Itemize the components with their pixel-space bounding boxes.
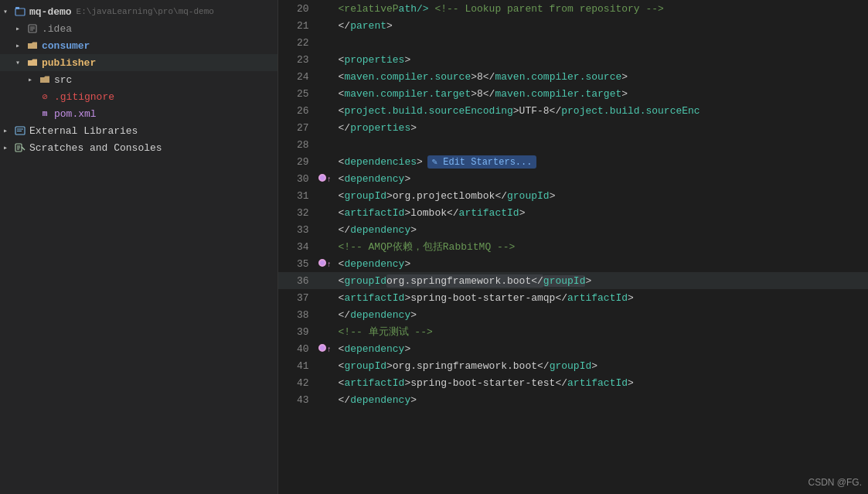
code-token: dependencies bbox=[344, 156, 417, 168]
extlib-icon bbox=[14, 124, 26, 137]
code-cell[interactable] bbox=[332, 136, 868, 153]
code-token: dependency bbox=[344, 173, 404, 185]
sidebar-item-consumer[interactable]: ▸ consumer bbox=[0, 37, 277, 54]
sidebar-item-extlib[interactable]: ▸ External Libraries bbox=[0, 122, 277, 139]
table-row: 38 </dependency> bbox=[278, 306, 868, 323]
code-token: artifactId bbox=[344, 207, 404, 219]
code-cell[interactable]: <dependency> bbox=[332, 170, 868, 187]
code-token: </ bbox=[339, 122, 351, 134]
code-token: > bbox=[410, 224, 417, 236]
gitignore-icon: ⊘ bbox=[39, 90, 51, 103]
code-cell[interactable]: <dependency> bbox=[332, 340, 868, 357]
table-row: 33 </dependency> bbox=[278, 221, 868, 238]
code-token: >8</ bbox=[471, 88, 495, 100]
code-token: > bbox=[628, 292, 634, 304]
code-cell[interactable]: <groupId>org.projectlombok</groupId> bbox=[332, 187, 868, 204]
code-cell[interactable]: <maven.compiler.source>8</maven.compiler… bbox=[332, 68, 868, 85]
sidebar-item-gitignore[interactable]: ▸ ⊘ .gitignore bbox=[0, 88, 277, 105]
line-number: 37 bbox=[278, 289, 318, 306]
pom-label: pom.xml bbox=[54, 108, 97, 120]
gutter-cell bbox=[318, 272, 332, 289]
table-row: 23 <properties> bbox=[278, 51, 868, 68]
code-token: > bbox=[404, 343, 410, 355]
code-cell[interactable]: </parent> bbox=[332, 17, 868, 34]
code-token: artifactId bbox=[344, 292, 404, 304]
code-cell[interactable]: <properties> bbox=[332, 51, 868, 68]
code-cell[interactable]: </dependency> bbox=[332, 391, 868, 408]
code-token: <relativeP bbox=[339, 3, 399, 15]
idea-icon bbox=[26, 22, 39, 35]
gutter-cell bbox=[318, 119, 332, 136]
code-token: parent bbox=[350, 20, 386, 32]
code-cell[interactable]: <dependencies>✎ Edit Starters... bbox=[332, 153, 868, 170]
sidebar-item-src[interactable]: ▸ src bbox=[0, 71, 277, 88]
code-cell[interactable]: <groupId>org.springframework.boot</group… bbox=[332, 357, 868, 374]
code-token: maven.compiler.target bbox=[495, 88, 621, 100]
line-number: 20 bbox=[278, 0, 318, 17]
gutter-cell bbox=[318, 0, 332, 17]
line-number: 33 bbox=[278, 221, 318, 238]
code-cell[interactable]: <project.build.sourceEncoding>UTF-8</pro… bbox=[332, 102, 868, 119]
sidebar-item-publisher[interactable]: ▾ publisher bbox=[0, 54, 277, 71]
consumer-label: consumer bbox=[42, 40, 90, 52]
code-cell[interactable] bbox=[332, 34, 868, 51]
code-token: > bbox=[410, 394, 417, 406]
code-cell[interactable]: <!-- 单元测试 --> bbox=[332, 323, 868, 340]
code-cell[interactable]: <artifactId>spring-boot-starter-test</ar… bbox=[332, 374, 868, 391]
edit-starters-button[interactable]: ✎ Edit Starters... bbox=[427, 155, 537, 169]
code-token: properties bbox=[344, 54, 404, 66]
gutter-cell bbox=[318, 85, 332, 102]
gutter-cell bbox=[318, 102, 332, 119]
arrow-publisher: ▾ bbox=[15, 58, 26, 67]
code-token: dependency bbox=[350, 309, 410, 321]
root-label: mq-demo bbox=[29, 6, 72, 18]
code-cell[interactable]: <artifactId>spring-boot-starter-amqp</ar… bbox=[332, 289, 868, 306]
arrow-src: ▸ bbox=[28, 75, 39, 84]
table-row: 26 <project.build.sourceEncoding>UTF-8</… bbox=[278, 102, 868, 119]
code-token: artifactId bbox=[459, 207, 519, 219]
idea-label: .idea bbox=[42, 23, 72, 35]
code-cell[interactable]: <dependency> bbox=[332, 255, 868, 272]
code-cell[interactable]: </dependency> bbox=[332, 306, 868, 323]
code-cell[interactable]: </properties> bbox=[332, 119, 868, 136]
sidebar-item-root[interactable]: ▾ mq-demo E:\javaLearning\pro\mq-demo bbox=[0, 3, 277, 20]
table-row: 27 </properties> bbox=[278, 119, 868, 136]
sidebar-item-idea[interactable]: ▸ .idea bbox=[0, 20, 277, 37]
code-cell[interactable]: <artifactId>lombok</artifactId> bbox=[332, 204, 868, 221]
line-number: 32 bbox=[278, 204, 318, 221]
code-token: <!-- Lookup parent from repository --> bbox=[429, 3, 664, 15]
sidebar-item-scratches[interactable]: ▸ Scratches and Consoles bbox=[0, 139, 277, 156]
table-row: 30↑ <dependency> bbox=[278, 170, 868, 187]
code-token: project.build.sourceEnc bbox=[561, 105, 700, 117]
folder-src-icon bbox=[39, 73, 51, 86]
code-token: artifactId bbox=[344, 377, 404, 389]
code-token: > bbox=[621, 88, 628, 100]
table-row: 40↑ <dependency> bbox=[278, 340, 868, 357]
code-token: > bbox=[519, 207, 526, 219]
line-number: 29 bbox=[278, 153, 318, 170]
code-token: maven.compiler.target bbox=[344, 88, 471, 100]
code-token: groupId bbox=[550, 360, 592, 372]
code-token: groupId bbox=[543, 275, 586, 287]
pom-icon: m bbox=[39, 107, 51, 120]
line-number: 22 bbox=[278, 34, 318, 51]
line-number: 39 bbox=[278, 323, 318, 340]
code-token: > bbox=[404, 54, 410, 66]
code-editor[interactable]: 20 <relativePath/> <!-- Lookup parent fr… bbox=[278, 0, 868, 494]
code-cell[interactable]: <relativePath/> <!-- Lookup parent from … bbox=[332, 0, 868, 17]
code-token: </ bbox=[339, 224, 351, 236]
code-cell[interactable]: </dependency> bbox=[332, 221, 868, 238]
code-cell[interactable]: <!-- AMQP依赖，包括RabbitMQ --> bbox=[332, 238, 868, 255]
table-row: 35↑ <dependency> bbox=[278, 255, 868, 272]
code-cell[interactable]: <maven.compiler.target>8</maven.compiler… bbox=[332, 85, 868, 102]
folder-consumer-icon bbox=[26, 39, 39, 52]
gutter-cell: ↑ bbox=[318, 340, 332, 357]
line-number: 24 bbox=[278, 68, 318, 85]
code-token: > bbox=[404, 173, 410, 185]
code-token: > bbox=[410, 122, 417, 134]
code-token: groupId bbox=[507, 190, 550, 202]
sidebar-item-pom[interactable]: ▸ m pom.xml bbox=[0, 105, 277, 122]
gitignore-label: .gitignore bbox=[54, 91, 114, 103]
gutter-cell bbox=[318, 374, 332, 391]
code-cell[interactable]: <groupIdorg.springframework.boot</groupI… bbox=[332, 272, 868, 289]
